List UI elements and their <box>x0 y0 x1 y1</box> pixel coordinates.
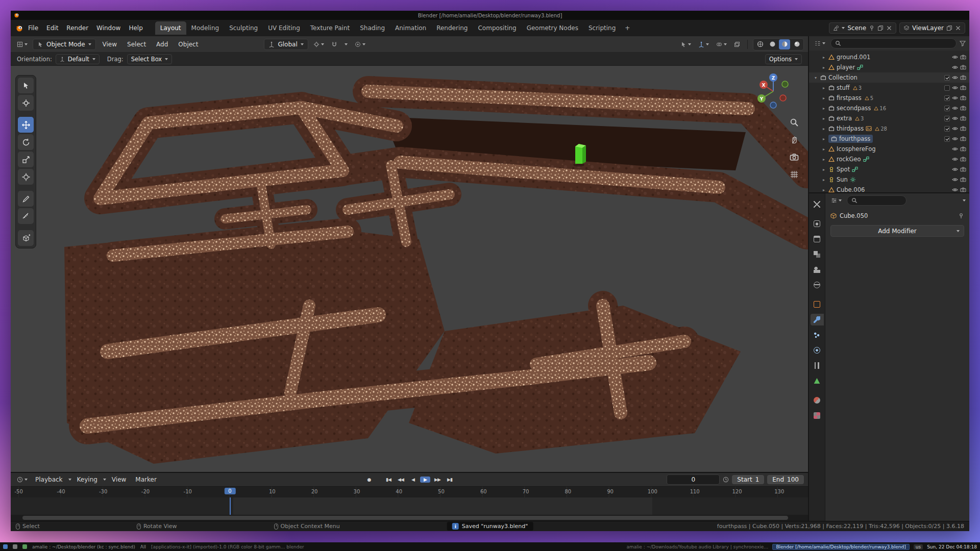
expander-icon[interactable]: ▾ <box>813 76 818 80</box>
props-tab-scene[interactable] <box>811 264 824 276</box>
scene-selector[interactable]: Scene <box>829 22 896 34</box>
menu-view[interactable]: View <box>99 39 120 50</box>
snap-toggle[interactable] <box>329 40 339 49</box>
new-scene-icon[interactable] <box>877 25 884 31</box>
chevron-down-icon[interactable] <box>963 199 966 202</box>
hide-icon[interactable] <box>952 126 958 132</box>
overlays-dropdown[interactable] <box>714 40 729 49</box>
tool-rotate[interactable] <box>18 134 34 150</box>
expander-icon[interactable]: ▸ <box>821 137 826 141</box>
outliner-row-cube006[interactable]: ▸ Cube.006 <box>809 185 969 192</box>
launcher-icon[interactable] <box>13 544 17 549</box>
expander-icon[interactable]: ▸ <box>821 106 826 111</box>
gizmo-y-negative[interactable] <box>782 81 788 87</box>
viewlayer-selector[interactable]: ViewLayer <box>899 22 965 34</box>
props-tab-material[interactable] <box>811 394 824 406</box>
next-keyframe-button[interactable]: ▶▶ <box>432 477 443 483</box>
props-tab-modifiers[interactable] <box>811 314 824 325</box>
tool-select-box[interactable] <box>18 78 34 93</box>
menu-window[interactable]: Window <box>92 22 125 34</box>
disable-render-icon[interactable] <box>960 136 966 142</box>
filter-icon[interactable] <box>960 40 966 46</box>
keyboard-layout-indicator[interactable]: us <box>914 544 923 549</box>
menu-render[interactable]: Render <box>62 22 92 34</box>
menu-file[interactable]: File <box>24 22 42 34</box>
tab-sculpting[interactable]: Sculpting <box>224 21 263 35</box>
outliner-row-thirdpass[interactable]: ▸ thirdpass 28 <box>809 123 969 134</box>
playhead[interactable] <box>230 497 231 515</box>
launcher-icon[interactable] <box>3 544 8 549</box>
launcher-icon[interactable] <box>22 544 27 549</box>
outliner-row-icospherefog[interactable]: ▸ IcosphereFog <box>809 144 969 154</box>
preview-range-clock-icon[interactable] <box>723 477 729 483</box>
outliner-row-ground[interactable]: ▸ ground.001 <box>809 52 969 62</box>
hide-icon[interactable] <box>952 187 958 192</box>
hide-icon[interactable] <box>952 74 958 81</box>
orientation-value-dropdown[interactable]: Default <box>56 54 100 64</box>
play-button[interactable]: ▶ <box>420 477 430 483</box>
properties-editor-selector[interactable] <box>829 196 844 205</box>
disable-render-icon[interactable] <box>960 177 966 183</box>
shading-wireframe-button[interactable] <box>754 39 766 49</box>
props-tab-constraints[interactable] <box>811 360 824 371</box>
tool-annotate[interactable] <box>18 191 34 207</box>
expander-icon[interactable]: ▸ <box>821 147 826 152</box>
pan-button[interactable] <box>789 134 800 145</box>
mode-dropdown[interactable]: Object Mode <box>33 39 96 50</box>
props-tab-particles[interactable] <box>811 329 824 341</box>
collection-checkbox[interactable] <box>944 116 950 121</box>
disable-render-icon[interactable] <box>960 95 966 101</box>
auto-keying-button[interactable]: ● <box>364 477 374 483</box>
tool-measure[interactable] <box>18 208 34 224</box>
disable-render-icon[interactable] <box>960 187 966 192</box>
tool-transform[interactable] <box>18 169 34 185</box>
close-icon[interactable] <box>955 25 961 31</box>
hide-icon[interactable] <box>952 105 958 111</box>
props-tab-world[interactable] <box>811 279 824 291</box>
gizmo-x-negative[interactable] <box>780 95 786 101</box>
disable-render-icon[interactable] <box>960 105 966 111</box>
disable-render-icon[interactable] <box>960 156 966 162</box>
props-tab-object-data[interactable] <box>811 375 824 387</box>
hide-icon[interactable] <box>952 146 958 152</box>
expander-icon[interactable]: ▸ <box>821 188 826 192</box>
props-tab-view-layer[interactable] <box>811 248 824 260</box>
scrollbar-thumb[interactable] <box>22 516 788 520</box>
outliner-search[interactable] <box>830 38 957 48</box>
collection-checkbox[interactable] <box>944 75 950 81</box>
tab-compositing[interactable]: Compositing <box>473 21 521 35</box>
hide-icon[interactable] <box>952 166 958 172</box>
options-dropdown[interactable]: Options <box>765 54 802 64</box>
expander-icon[interactable]: ▸ <box>821 178 826 182</box>
taskbar-filter[interactable]: All <box>140 544 146 549</box>
hide-icon[interactable] <box>952 177 958 183</box>
outliner-row-extra[interactable]: ▸ extra 3 <box>809 113 969 123</box>
transform-orientation-dropdown[interactable]: Global <box>264 39 308 50</box>
hide-icon[interactable] <box>952 95 958 101</box>
hide-icon[interactable] <box>952 64 958 70</box>
outliner-row-player[interactable]: ▸ player <box>809 62 969 72</box>
tab-rendering[interactable]: Rendering <box>431 21 473 35</box>
expander-icon[interactable]: ▸ <box>821 157 826 162</box>
disable-render-icon[interactable] <box>960 146 966 152</box>
gizmo-z-negative[interactable] <box>770 102 776 108</box>
jump-to-end-button[interactable]: ▶▮ <box>445 477 455 483</box>
taskbar-files-item[interactable]: amalie : ~/Downloads/Youtube audio Libra… <box>627 544 769 549</box>
selected-item[interactable]: fourthpass <box>828 135 873 143</box>
disable-render-icon[interactable] <box>960 126 966 132</box>
outliner-row-collection[interactable]: ▾ Collection <box>809 72 969 83</box>
pin-icon[interactable] <box>958 213 964 219</box>
outliner-row-rockgeo[interactable]: ▸ rockGeo <box>809 154 969 164</box>
jump-to-start-button[interactable]: ▮◀ <box>383 477 394 483</box>
tab-modeling[interactable]: Modeling <box>186 21 225 35</box>
perspective-toggle-button[interactable] <box>789 169 800 180</box>
menu-view[interactable]: View <box>108 474 130 485</box>
props-tab-physics[interactable] <box>811 344 824 356</box>
navigation-gizmo[interactable]: Z X Y <box>753 71 794 112</box>
proportional-editing-toggle[interactable] <box>353 40 368 49</box>
disable-render-icon[interactable] <box>960 85 966 91</box>
expander-icon[interactable]: ▸ <box>821 96 826 101</box>
hide-icon[interactable] <box>952 54 958 60</box>
pivot-point-dropdown[interactable] <box>311 40 326 49</box>
timeline-ruler[interactable]: -50 -40 -30 -20 -10 10 20 30 40 50 60 70… <box>11 486 808 497</box>
